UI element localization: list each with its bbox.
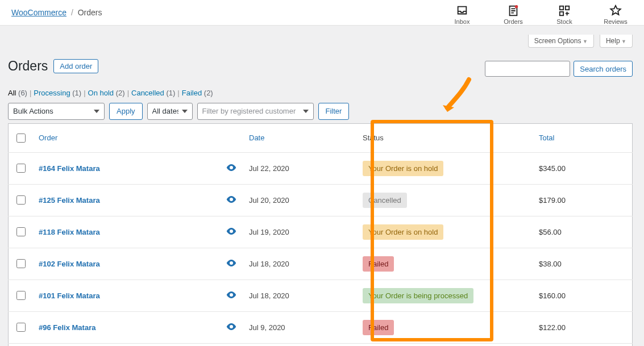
select-all-checkbox-top[interactable] xyxy=(16,134,26,143)
preview-eye-icon[interactable] xyxy=(226,260,236,268)
table-row[interactable]: #102 Felix MataraJul 18, 2020Failed$38.0… xyxy=(9,248,633,280)
table-row[interactable]: #125 Felix MataraJul 20, 2020Cancelled$1… xyxy=(9,184,633,216)
order-date: Jul 19, 2020 xyxy=(243,216,357,248)
breadcrumb: WooCommerce / Orders xyxy=(11,5,102,17)
status-badge: Your Order is being processed xyxy=(363,288,473,303)
status-badge: Failed xyxy=(363,320,394,335)
stock-icon xyxy=(558,5,571,17)
top-icon-label: Reviews xyxy=(599,18,633,25)
top-icon-stock[interactable]: Stock xyxy=(547,5,581,25)
bulk-actions-select[interactable]: Bulk Actions xyxy=(8,103,105,120)
table-row[interactable]: #101 Felix MataraJul 18, 2020Your Order … xyxy=(9,280,633,311)
order-total: $179.00 xyxy=(533,184,633,216)
status-filter-cancelled[interactable]: Cancelled (1) xyxy=(131,89,175,97)
search-input[interactable] xyxy=(485,61,570,77)
status-filters: All (6)|Processing (1)|On hold (2)|Cance… xyxy=(8,89,633,97)
table-row[interactable]: #96 Felix MataraJul 9, 2020Failed$122.00 xyxy=(9,311,633,343)
top-icon-label: Inbox xyxy=(445,18,479,25)
help-button[interactable]: Help xyxy=(600,35,633,48)
screen-options-button[interactable]: Screen Options xyxy=(528,35,594,48)
top-icon-reviews[interactable]: Reviews xyxy=(599,5,633,25)
order-date: Jul 22, 2020 xyxy=(243,152,357,184)
top-icon-label: Stock xyxy=(547,18,581,25)
col-header-date[interactable]: Date xyxy=(243,123,357,152)
col-footer-order[interactable]: Order xyxy=(33,343,243,346)
col-header-order[interactable]: Order xyxy=(33,123,243,152)
table-row[interactable]: #118 Felix MataraJul 19, 2020Your Order … xyxy=(9,216,633,248)
top-icon-inbox[interactable]: Inbox xyxy=(445,5,479,25)
status-filter-on-hold[interactable]: On hold (2) xyxy=(88,89,125,97)
add-order-button[interactable]: Add order xyxy=(53,59,98,73)
breadcrumb-current: Orders xyxy=(78,8,102,17)
screen-meta: Screen Options Help xyxy=(8,31,633,48)
order-total: $56.00 xyxy=(533,216,633,248)
status-filter-all[interactable]: All (6) xyxy=(8,89,27,97)
top-icon-label: Orders xyxy=(496,18,530,25)
top-icons: Inbox Orders Stock Reviews xyxy=(445,5,633,25)
orders-icon xyxy=(507,5,520,17)
preview-eye-icon[interactable] xyxy=(226,291,236,300)
reviews-icon xyxy=(609,5,622,17)
svg-rect-2 xyxy=(560,6,563,10)
row-checkbox[interactable] xyxy=(16,323,26,332)
preview-eye-icon[interactable] xyxy=(226,228,236,236)
status-badge: Failed xyxy=(363,256,394,272)
status-badge: Cancelled xyxy=(363,193,407,208)
table-footer-row: Order Date Status Total xyxy=(9,343,633,346)
table-row[interactable]: #164 Felix MataraJul 22, 2020Your Order … xyxy=(9,152,633,184)
status-filter-failed[interactable]: Failed (2) xyxy=(182,89,213,97)
col-footer-date[interactable]: Date xyxy=(243,343,357,346)
col-footer-status: Status xyxy=(357,343,533,346)
status-filter-processing[interactable]: Processing (1) xyxy=(34,89,81,97)
row-checkbox[interactable] xyxy=(16,259,26,268)
row-checkbox[interactable] xyxy=(16,227,26,236)
inbox-icon xyxy=(456,5,468,17)
dates-select[interactable]: All dates xyxy=(147,103,193,120)
order-link[interactable]: #164 Felix Matara xyxy=(39,164,100,173)
order-total: $38.00 xyxy=(533,248,633,280)
col-header-total[interactable]: Total xyxy=(533,123,633,152)
topbar: WooCommerce / Orders Inbox Orders Stock … xyxy=(0,0,644,26)
breadcrumb-root[interactable]: WooCommerce xyxy=(11,8,67,17)
tablenav-top: Bulk Actions Apply All dates Filter by r… xyxy=(8,103,633,120)
col-header-status: Status xyxy=(357,123,533,152)
search-orders-button[interactable]: Search orders xyxy=(574,61,633,77)
apply-button-top[interactable]: Apply xyxy=(109,103,143,120)
customer-filter-select[interactable]: Filter by registered customer xyxy=(197,103,314,120)
svg-point-1 xyxy=(515,5,518,8)
order-total: $160.00 xyxy=(533,280,633,311)
row-checkbox[interactable] xyxy=(16,164,26,173)
filter-button[interactable]: Filter xyxy=(318,103,350,120)
page-title: Orders xyxy=(8,59,48,74)
row-checkbox[interactable] xyxy=(16,291,26,300)
top-icon-orders[interactable]: Orders xyxy=(496,5,530,25)
order-date: Jul 9, 2020 xyxy=(243,311,357,343)
order-link[interactable]: #101 Felix Matara xyxy=(39,291,100,300)
table-header-row: Order Date Status Total xyxy=(9,123,633,152)
preview-eye-icon[interactable] xyxy=(226,164,236,173)
order-link[interactable]: #102 Felix Matara xyxy=(39,260,100,268)
order-link[interactable]: #118 Felix Matara xyxy=(39,228,100,236)
orders-table: Order Date Status Total #164 Felix Matar… xyxy=(8,123,633,346)
order-date: Jul 18, 2020 xyxy=(243,280,357,311)
order-link[interactable]: #125 Felix Matara xyxy=(39,196,100,205)
search-row: Search orders xyxy=(485,61,633,77)
order-date: Jul 20, 2020 xyxy=(243,184,357,216)
row-checkbox[interactable] xyxy=(16,195,26,205)
order-total: $345.00 xyxy=(533,152,633,184)
svg-rect-4 xyxy=(560,12,563,15)
order-link[interactable]: #96 Felix Matara xyxy=(39,323,95,332)
order-date: Jul 18, 2020 xyxy=(243,248,357,280)
order-total: $122.00 xyxy=(533,311,633,343)
status-badge: Your Order is on hold xyxy=(363,224,443,240)
svg-rect-3 xyxy=(566,6,569,10)
col-footer-total[interactable]: Total xyxy=(533,343,633,346)
status-badge: Your Order is on hold xyxy=(363,161,443,176)
preview-eye-icon[interactable] xyxy=(226,323,236,332)
preview-eye-icon[interactable] xyxy=(226,196,236,205)
